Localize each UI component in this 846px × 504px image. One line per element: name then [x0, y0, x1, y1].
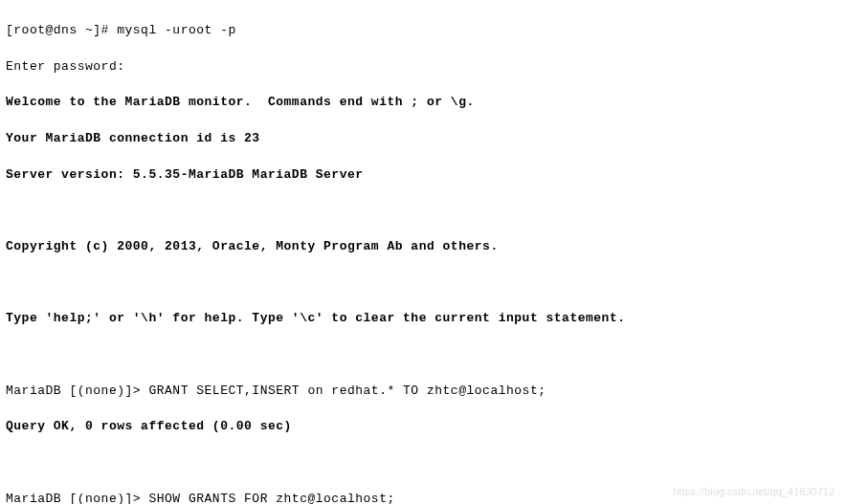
grant-command-line: MariaDB [(none)]> GRANT SELECT,INSERT on…	[6, 383, 840, 401]
help-line: Type 'help;' or '\h' for help. Type '\c'…	[6, 310, 840, 328]
server-version-line: Server version: 5.5.35-MariaDB MariaDB S…	[6, 166, 840, 185]
blank-line	[6, 202, 840, 220]
blank-line	[6, 274, 840, 293]
blank-line	[6, 346, 840, 364]
connection-id-line: Your MariaDB connection id is 23	[6, 130, 840, 148]
password-prompt: Enter password:	[6, 58, 840, 77]
copyright-line: Copyright (c) 2000, 2013, Oracle, Monty …	[6, 238, 840, 256]
watermark-text: https://blog.csdn.net/qq_41830712	[673, 485, 835, 500]
shell-prompt-line: [root@dns ~]# mysql -uroot -p	[6, 22, 840, 40]
terminal-output[interactable]: [root@dns ~]# mysql -uroot -p Enter pass…	[6, 4, 840, 504]
query-ok-line: Query OK, 0 rows affected (0.00 sec)	[6, 418, 840, 436]
welcome-line: Welcome to the MariaDB monitor. Commands…	[6, 94, 840, 112]
blank-line	[6, 454, 840, 472]
